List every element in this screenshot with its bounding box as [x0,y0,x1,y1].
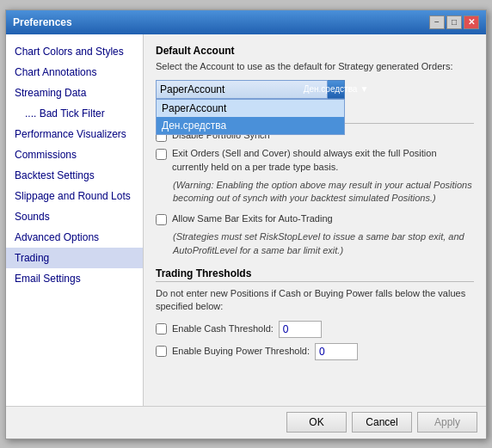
sidebar-item-advanced-options[interactable]: Advanced Options [6,227,143,248]
default-account-title: Default Account [156,45,474,57]
sidebar-item-slippage[interactable]: Slippage and Round Lots [6,186,143,206]
same-bar-label: Allow Same Bar Exits for Auto-Trading [172,212,333,225]
same-bar-row: Allow Same Bar Exits for Auto-Trading [156,212,474,225]
same-bar-checkbox[interactable] [156,214,167,225]
window-title: Preferences [13,16,72,28]
cash-threshold-input[interactable] [279,321,322,338]
bottom-bar: OK Cancel Apply [6,406,486,439]
currency-label: Ден.средства [304,84,358,94]
exit-orders-label: Exit Orders (Sell and Cover) should alwa… [172,147,474,174]
exit-orders-row: Exit Orders (Sell and Cover) should alwa… [156,147,474,174]
cash-threshold-checkbox[interactable] [156,323,167,334]
sidebar-item-perf-viz[interactable]: Performance Visualizers [6,124,143,144]
sidebar-item-chart-colors[interactable]: Chart Colors and Styles [6,41,143,62]
exit-orders-checkbox[interactable] [156,149,167,160]
sidebar-item-chart-annotations[interactable]: Chart Annotations [6,62,143,83]
sidebar-item-email-settings[interactable]: Email Settings [6,268,143,289]
default-account-desc: Select the Account to use as the default… [156,60,474,73]
sidebar-item-bad-tick-filter[interactable]: .... Bad Tick Filter [6,103,143,124]
sidebar-item-backtest-settings[interactable]: Backtest Settings [6,165,143,186]
warning-text-2: (Strategies must set RiskStopLevel to is… [173,230,474,257]
buying-threshold-checkbox[interactable] [156,346,167,357]
maximize-button[interactable]: □ [446,15,462,29]
warning-text-1: (Warning: Enabling the option above may … [173,179,474,206]
dropdown-arrow-icon: ▼ [360,84,368,94]
title-bar-buttons: − □ ✕ [429,15,479,29]
main-content: Default Account Select the Account to us… [144,34,486,406]
close-button[interactable]: ✕ [464,15,479,29]
sidebar-item-streaming-data[interactable]: Streaming Data [6,83,143,103]
apply-button[interactable]: Apply [417,412,477,433]
account-dropdown-popup: PaperAccount Ден.средства [156,99,345,135]
cancel-button[interactable]: Cancel [352,412,412,433]
trading-thresholds-desc: Do not enter new Positions if Cash or Bu… [156,287,474,314]
title-bar: Preferences − □ ✕ [6,10,486,34]
sidebar-item-trading[interactable]: Trading [6,248,143,268]
window-body: Chart Colors and StylesChart Annotations… [6,34,486,406]
trading-thresholds-title: Trading Thresholds [156,267,474,282]
sidebar-item-commissions[interactable]: Commissions [6,144,143,165]
ok-button[interactable]: OK [286,412,347,433]
cash-threshold-row: Enable Cash Threshold: [156,321,474,338]
preferences-window: Preferences − □ ✕ Chart Colors and Style… [5,9,487,439]
cash-threshold-label: Enable Cash Threshold: [172,322,274,335]
buying-threshold-label: Enable Buying Power Threshold: [172,345,310,358]
minimize-button[interactable]: − [429,15,445,29]
account-dropdown-row: PaperAccount Ден.средства ▼ PaperAccount… [156,80,474,99]
sidebar: Chart Colors and StylesChart Annotations… [6,34,144,406]
account-currency-btn[interactable]: Ден.средства ▼ [328,80,345,99]
popup-item-currency[interactable]: Ден.средства [157,117,344,134]
sidebar-item-sounds[interactable]: Sounds [6,206,143,227]
account-dropdown[interactable]: PaperAccount [156,80,328,99]
popup-item-paper[interactable]: PaperAccount [157,100,344,117]
buying-threshold-input[interactable] [315,343,358,360]
buying-threshold-row: Enable Buying Power Threshold: [156,343,474,360]
